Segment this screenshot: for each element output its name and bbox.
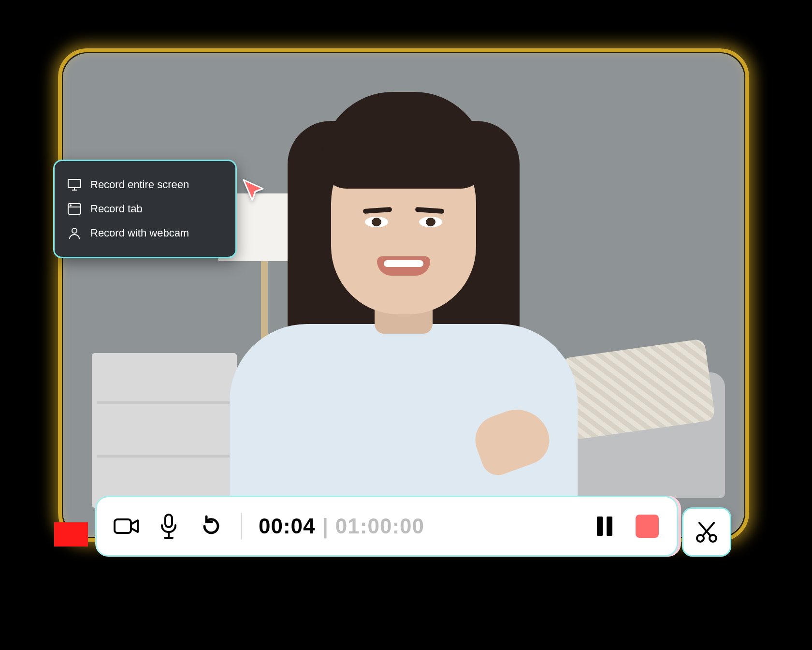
elapsed-time: 00:04 [259,514,316,538]
toolbar-divider [241,513,242,540]
cursor-pointer-icon [241,177,270,206]
recorder-toolbar: 00:04 | 01:00:00 [97,497,677,555]
monitor-icon [67,178,82,191]
svg-rect-7 [115,519,131,533]
pause-button[interactable] [592,513,618,539]
menu-item-label: Record tab [90,203,143,215]
svg-point-5 [70,205,71,206]
svg-rect-8 [165,515,172,527]
camera-icon [114,517,139,536]
svg-rect-12 [607,517,612,536]
menu-item-record-webcam[interactable]: Record with webcam [65,221,225,245]
menu-item-label: Record with webcam [90,227,189,239]
menu-item-record-tab[interactable]: Record tab [65,197,225,221]
record-options-menu: Record entire screen Record tab Record w… [53,160,237,258]
svg-point-6 [72,228,77,233]
scissors-icon [695,520,719,544]
tab-icon [67,203,82,215]
menu-item-record-screen[interactable]: Record entire screen [65,173,225,197]
menu-item-label: Record entire screen [90,178,189,191]
microphone-icon [159,514,178,539]
svg-rect-11 [597,517,603,536]
webcam-preview [63,53,744,537]
person-icon [67,227,82,239]
stop-icon [636,515,659,538]
webcam-scene [63,53,744,537]
recorder-stage: Record entire screen Record tab Record w… [58,48,749,542]
time-separator: | [322,514,329,538]
time-display: 00:04 | 01:00:00 [259,514,424,538]
restart-icon [200,515,223,538]
trim-button[interactable] [683,509,730,555]
pause-icon [596,516,613,537]
restart-button[interactable] [198,513,224,539]
decorative-accent [54,522,88,547]
camera-toggle-button[interactable] [113,513,139,539]
svg-rect-0 [68,179,81,188]
stop-button[interactable] [634,513,660,539]
total-time: 01:00:00 [335,514,424,538]
microphone-toggle-button[interactable] [156,513,182,539]
